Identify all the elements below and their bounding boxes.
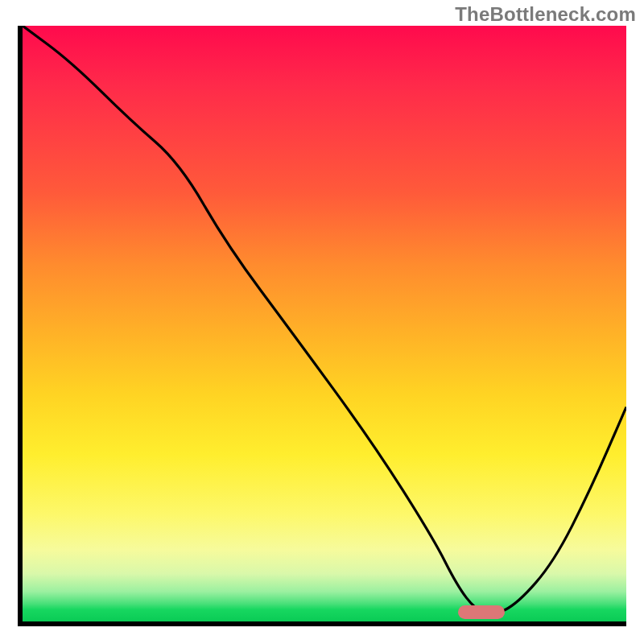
chart-container: TheBottleneck.com	[0, 0, 644, 644]
attribution-text: TheBottleneck.com	[455, 3, 636, 26]
optimal-marker	[458, 605, 505, 619]
bottleneck-curve	[23, 26, 626, 621]
plot-area	[18, 26, 626, 626]
curve-path	[23, 26, 626, 613]
